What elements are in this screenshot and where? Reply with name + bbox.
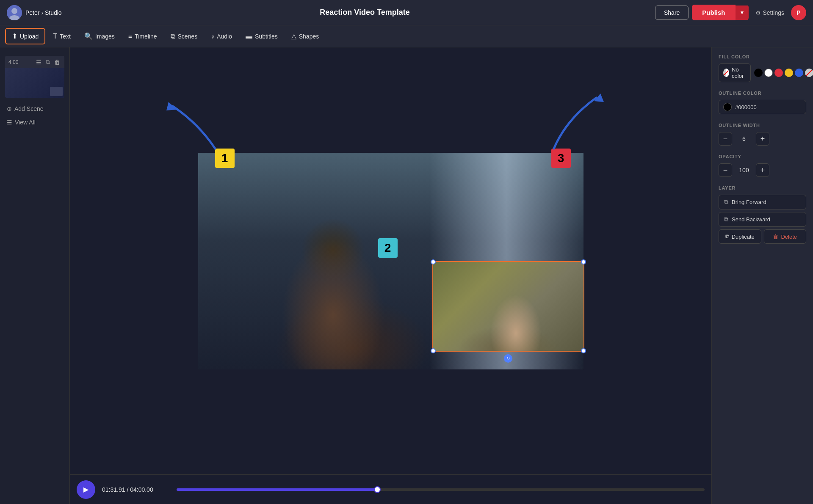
audio-button[interactable]: ♪ Audio [205, 29, 238, 44]
sidebar-left: 4:00 ☰ ⧉ 🗑 ⊕ Add Scene ☰ View All [0, 47, 70, 504]
annotation-badge-3: 3 [551, 149, 571, 168]
time-display: 01:31.91 / 04:00.00 [102, 486, 170, 493]
scene-thumb-inner [5, 68, 64, 98]
progress-handle[interactable] [374, 486, 381, 493]
delete-label: Delete [781, 234, 797, 240]
timeline-icon: ≡ [128, 33, 132, 40]
share-button[interactable]: Share [655, 6, 689, 20]
swatch-blue[interactable] [795, 69, 803, 77]
subtitles-label: Subtitles [255, 33, 278, 40]
opacity-decrease[interactable]: − [719, 163, 732, 177]
handle-bottom-right[interactable] [581, 348, 586, 353]
opacity-value: 100 [736, 167, 752, 174]
outline-color-button[interactable]: #000000 [719, 100, 806, 114]
outline-width-increase[interactable]: + [756, 132, 769, 146]
outline-color-section: OUTLINE COLOR #000000 [719, 91, 806, 114]
outline-width-decrease[interactable]: − [719, 132, 732, 146]
user-name[interactable]: Peter [25, 9, 39, 16]
publish-button[interactable]: Publish [692, 5, 735, 20]
delete-button[interactable]: 🗑 Delete [764, 229, 807, 244]
opacity-label: OPACITY [719, 154, 806, 159]
handle-top-left[interactable] [431, 259, 436, 264]
toolbar: ⬆ Upload T Text 🔍 Images ≡ Timeline ⧉ Sc… [0, 25, 813, 47]
badge-3-label: 3 [558, 151, 564, 165]
top-nav: Peter › Studio Reaction Video Template S… [0, 0, 813, 25]
view-all-icon: ☰ [7, 119, 12, 126]
settings-link[interactable]: ⚙ Settings [755, 9, 784, 16]
duplicate-button[interactable]: ⧉ Duplicate [719, 229, 761, 244]
color-swatches [754, 69, 813, 77]
arrow-1 [147, 98, 232, 153]
scenes-label: Scenes [178, 33, 198, 40]
play-button[interactable]: ▶ [77, 480, 95, 499]
text-button[interactable]: T Text [47, 29, 76, 44]
send-backward-label: Send Backward [732, 216, 770, 223]
nav-right: Share Publish ▼ ⚙ Settings P [655, 5, 806, 20]
scene-copy-button[interactable]: ⧉ [45, 58, 51, 66]
bring-forward-icon: ⧉ [724, 198, 728, 206]
outline-width-value: 6 [736, 135, 752, 142]
swatch-yellow[interactable] [785, 69, 793, 77]
nav-center: Reaction Video Template [75, 8, 655, 17]
upload-button[interactable]: ⬆ Upload [5, 28, 45, 44]
opacity-section: OPACITY − 100 + [719, 154, 806, 177]
user-avatar-button[interactable]: P [791, 5, 806, 20]
outline-width-control: − 6 + [719, 132, 806, 146]
scene-delete-button[interactable]: 🗑 [53, 58, 61, 66]
view-all-button[interactable]: ☰ View All [0, 116, 69, 128]
overlay-video-container[interactable]: ↻ 2 [433, 262, 583, 351]
publish-group: Publish ▼ [692, 5, 749, 20]
swatch-black[interactable] [754, 69, 763, 77]
outline-width-section: OUTLINE WIDTH − 6 + [719, 123, 806, 146]
swatch-red[interactable] [774, 69, 783, 77]
opacity-increase[interactable]: + [756, 163, 769, 177]
images-label: Images [95, 33, 115, 40]
subtitles-button[interactable]: ▬ Subtitles [240, 29, 284, 44]
scene-small-thumb [50, 87, 63, 96]
overlay-person [433, 262, 583, 351]
scenes-button[interactable]: ⧉ Scenes [165, 29, 204, 44]
workspace-name[interactable]: Studio [45, 9, 62, 16]
swatch-none[interactable] [805, 69, 813, 77]
right-panel: FILL COLOR No color OUTLINE COLOR [711, 47, 813, 504]
delete-icon: 🗑 [773, 234, 778, 240]
shapes-icon: △ [291, 32, 296, 40]
send-backward-button[interactable]: ⧉ Send Backward [719, 212, 806, 227]
handle-bottom-left[interactable] [431, 348, 436, 353]
handle-rotate[interactable]: ↻ [504, 354, 512, 363]
layer-actions: ⧉ Duplicate 🗑 Delete [719, 229, 806, 244]
annotation-badge-1: 1 [215, 149, 235, 168]
publish-dropdown-button[interactable]: ▼ [736, 6, 749, 20]
outline-color-swatch [723, 103, 732, 111]
images-button[interactable]: 🔍 Images [78, 29, 121, 44]
no-color-button[interactable]: No color [719, 63, 751, 82]
settings-icon: ⚙ [755, 9, 761, 16]
svg-point-1 [11, 8, 17, 14]
handle-top-right[interactable] [581, 259, 586, 264]
badge-1-label: 1 [221, 151, 228, 165]
scene-item[interactable]: 4:00 ☰ ⧉ 🗑 [0, 52, 69, 101]
subtitles-icon: ▬ [246, 33, 252, 40]
breadcrumb: Peter › Studio [25, 9, 62, 16]
avatar[interactable] [7, 5, 22, 20]
swatch-white[interactable] [764, 69, 773, 77]
timeline-button[interactable]: ≡ Timeline [122, 29, 163, 44]
text-icon: T [53, 33, 57, 40]
canvas-area: ↻ 2 1 3 [70, 47, 711, 504]
upload-icon: ⬆ [12, 32, 17, 40]
upload-label: Upload [20, 33, 39, 40]
scene-menu-button[interactable]: ☰ [35, 58, 42, 66]
annotation-badge-2: 2 [378, 238, 398, 258]
shapes-button[interactable]: △ Shapes [285, 29, 325, 44]
outline-color-value: #000000 [735, 104, 757, 110]
images-icon: 🔍 [84, 32, 93, 40]
bring-forward-button[interactable]: ⧉ Bring Forward [719, 195, 806, 209]
timeline-area: ▶ 01:31.91 / 04:00.00 [70, 474, 711, 504]
progress-bar[interactable] [177, 488, 705, 491]
scene-time: 4:00 [8, 59, 18, 65]
progress-fill [177, 488, 377, 491]
add-scene-button[interactable]: ⊕ Add Scene [0, 101, 69, 116]
fill-color-row: No color [719, 63, 806, 82]
audio-label: Audio [217, 33, 232, 40]
no-color-label: No color [732, 66, 746, 79]
